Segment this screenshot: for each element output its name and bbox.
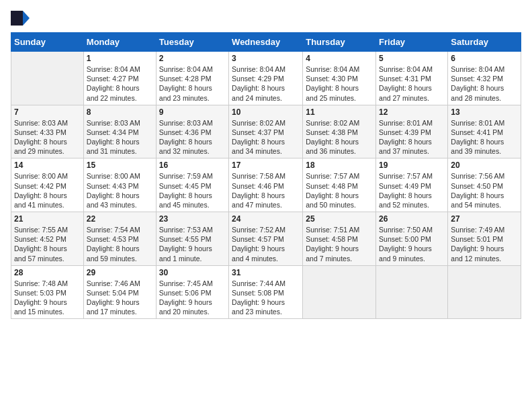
day-number: 25 (306, 214, 373, 224)
day-number: 6 (451, 54, 518, 63)
header (11, 11, 521, 26)
logo (11, 11, 31, 26)
calendar-cell: 19Sunrise: 7:57 AMSunset: 4:49 PMDayligh… (376, 158, 448, 212)
day-info: Sunrise: 7:53 AMSunset: 4:55 PMDaylight:… (159, 225, 226, 263)
weekday-header-sunday: Sunday (11, 33, 84, 52)
calendar-cell: 9Sunrise: 8:03 AMSunset: 4:36 PMDaylight… (156, 105, 228, 158)
weekday-header-saturday: Saturday (448, 33, 521, 52)
calendar-cell: 25Sunrise: 7:51 AMSunset: 4:58 PMDayligh… (303, 212, 376, 266)
day-number: 29 (87, 268, 153, 277)
day-info: Sunrise: 8:03 AMSunset: 4:36 PMDaylight:… (159, 118, 226, 156)
calendar-cell (376, 265, 448, 319)
day-info: Sunrise: 7:57 AMSunset: 4:48 PMDaylight:… (306, 171, 373, 210)
day-number: 13 (451, 107, 518, 117)
calendar-week-4: 21Sunrise: 7:55 AMSunset: 4:52 PMDayligh… (11, 212, 521, 266)
day-info: Sunrise: 7:55 AMSunset: 4:52 PMDaylight:… (14, 225, 81, 263)
day-info: Sunrise: 7:54 AMSunset: 4:53 PMDaylight:… (87, 225, 153, 263)
day-number: 20 (451, 161, 518, 170)
calendar-cell: 31Sunrise: 7:44 AMSunset: 5:08 PMDayligh… (229, 265, 303, 319)
day-info: Sunrise: 8:04 AMSunset: 4:28 PMDaylight:… (159, 64, 226, 103)
weekday-header-row: SundayMondayTuesdayWednesdayThursdayFrid… (11, 33, 521, 52)
svg-marker-1 (23, 11, 30, 26)
day-number: 21 (14, 214, 81, 224)
day-number: 8 (87, 107, 153, 117)
calendar-cell: 22Sunrise: 7:54 AMSunset: 4:53 PMDayligh… (83, 212, 156, 266)
day-number: 22 (87, 214, 153, 224)
calendar-cell: 3Sunrise: 8:04 AMSunset: 4:29 PMDaylight… (229, 52, 303, 105)
calendar-cell: 18Sunrise: 7:57 AMSunset: 4:48 PMDayligh… (303, 158, 376, 212)
calendar-cell: 23Sunrise: 7:53 AMSunset: 4:55 PMDayligh… (156, 212, 228, 266)
calendar-cell: 10Sunrise: 8:02 AMSunset: 4:37 PMDayligh… (229, 105, 303, 158)
day-number: 9 (159, 107, 226, 117)
calendar-cell: 2Sunrise: 8:04 AMSunset: 4:28 PMDaylight… (156, 52, 228, 105)
day-info: Sunrise: 8:01 AMSunset: 4:39 PMDaylight:… (379, 118, 445, 156)
day-info: Sunrise: 8:01 AMSunset: 4:41 PMDaylight:… (451, 118, 518, 156)
day-info: Sunrise: 8:00 AMSunset: 4:42 PMDaylight:… (14, 171, 81, 210)
calendar-week-1: 1Sunrise: 8:04 AMSunset: 4:27 PMDaylight… (11, 52, 521, 105)
day-info: Sunrise: 7:45 AMSunset: 5:06 PMDaylight:… (159, 279, 226, 317)
day-number: 12 (379, 107, 445, 117)
day-number: 16 (159, 161, 226, 170)
calendar-cell: 13Sunrise: 8:01 AMSunset: 4:41 PMDayligh… (448, 105, 521, 158)
day-number: 17 (232, 161, 300, 170)
day-number: 7 (14, 107, 81, 117)
day-number: 15 (87, 161, 153, 170)
day-number: 18 (306, 161, 373, 170)
calendar-cell: 4Sunrise: 8:04 AMSunset: 4:30 PMDaylight… (303, 52, 376, 105)
calendar-cell: 21Sunrise: 7:55 AMSunset: 4:52 PMDayligh… (11, 212, 84, 266)
day-info: Sunrise: 7:58 AMSunset: 4:46 PMDaylight:… (232, 171, 300, 210)
calendar-cell: 26Sunrise: 7:50 AMSunset: 5:00 PMDayligh… (376, 212, 448, 266)
day-info: Sunrise: 8:04 AMSunset: 4:30 PMDaylight:… (306, 64, 373, 103)
calendar-cell: 8Sunrise: 8:03 AMSunset: 4:34 PMDaylight… (83, 105, 156, 158)
day-info: Sunrise: 7:59 AMSunset: 4:45 PMDaylight:… (159, 171, 226, 210)
day-info: Sunrise: 7:52 AMSunset: 4:57 PMDaylight:… (232, 225, 300, 263)
calendar-cell: 5Sunrise: 8:04 AMSunset: 4:31 PMDaylight… (376, 52, 448, 105)
day-info: Sunrise: 7:49 AMSunset: 5:01 PMDaylight:… (451, 225, 518, 263)
day-number: 14 (14, 161, 81, 170)
day-number: 30 (159, 268, 226, 277)
svg-rect-0 (11, 11, 23, 26)
calendar-cell: 12Sunrise: 8:01 AMSunset: 4:39 PMDayligh… (376, 105, 448, 158)
day-info: Sunrise: 8:03 AMSunset: 4:33 PMDaylight:… (14, 118, 81, 156)
calendar-cell (11, 52, 84, 105)
day-number: 31 (232, 268, 300, 277)
day-info: Sunrise: 8:04 AMSunset: 4:29 PMDaylight:… (232, 64, 300, 103)
weekday-header-thursday: Thursday (303, 33, 376, 52)
day-info: Sunrise: 8:02 AMSunset: 4:37 PMDaylight:… (232, 118, 300, 156)
day-number: 5 (379, 54, 445, 63)
day-number: 4 (306, 54, 373, 63)
day-info: Sunrise: 7:46 AMSunset: 5:04 PMDaylight:… (87, 279, 153, 317)
weekday-header-monday: Monday (83, 33, 156, 52)
day-info: Sunrise: 7:51 AMSunset: 4:58 PMDaylight:… (306, 225, 373, 263)
calendar-cell (448, 265, 521, 319)
calendar-cell: 6Sunrise: 8:04 AMSunset: 4:32 PMDaylight… (448, 52, 521, 105)
day-number: 19 (379, 161, 445, 170)
weekday-header-friday: Friday (376, 33, 448, 52)
day-info: Sunrise: 7:50 AMSunset: 5:00 PMDaylight:… (379, 225, 445, 263)
calendar-week-2: 7Sunrise: 8:03 AMSunset: 4:33 PMDaylight… (11, 105, 521, 158)
calendar-cell: 11Sunrise: 8:02 AMSunset: 4:38 PMDayligh… (303, 105, 376, 158)
calendar-cell: 7Sunrise: 8:03 AMSunset: 4:33 PMDaylight… (11, 105, 84, 158)
day-number: 2 (159, 54, 226, 63)
day-info: Sunrise: 7:44 AMSunset: 5:08 PMDaylight:… (232, 279, 300, 317)
calendar-body: 1Sunrise: 8:04 AMSunset: 4:27 PMDaylight… (11, 52, 521, 319)
day-number: 26 (379, 214, 445, 224)
calendar-cell: 28Sunrise: 7:48 AMSunset: 5:03 PMDayligh… (11, 265, 84, 319)
day-info: Sunrise: 7:56 AMSunset: 4:50 PMDaylight:… (451, 171, 518, 210)
calendar-cell (303, 265, 376, 319)
calendar-week-5: 28Sunrise: 7:48 AMSunset: 5:03 PMDayligh… (11, 265, 521, 319)
day-info: Sunrise: 7:48 AMSunset: 5:03 PMDaylight:… (14, 279, 81, 317)
day-info: Sunrise: 8:02 AMSunset: 4:38 PMDaylight:… (306, 118, 373, 156)
calendar-week-3: 14Sunrise: 8:00 AMSunset: 4:42 PMDayligh… (11, 158, 521, 212)
calendar-cell: 29Sunrise: 7:46 AMSunset: 5:04 PMDayligh… (83, 265, 156, 319)
calendar-header: SundayMondayTuesdayWednesdayThursdayFrid… (11, 33, 521, 52)
calendar-cell: 14Sunrise: 8:00 AMSunset: 4:42 PMDayligh… (11, 158, 84, 212)
calendar-cell: 20Sunrise: 7:56 AMSunset: 4:50 PMDayligh… (448, 158, 521, 212)
calendar-cell: 16Sunrise: 7:59 AMSunset: 4:45 PMDayligh… (156, 158, 228, 212)
calendar-cell: 1Sunrise: 8:04 AMSunset: 4:27 PMDaylight… (83, 52, 156, 105)
day-number: 11 (306, 107, 373, 117)
day-info: Sunrise: 8:03 AMSunset: 4:34 PMDaylight:… (87, 118, 153, 156)
day-number: 24 (232, 214, 300, 224)
day-info: Sunrise: 8:00 AMSunset: 4:43 PMDaylight:… (87, 171, 153, 210)
calendar-cell: 17Sunrise: 7:58 AMSunset: 4:46 PMDayligh… (229, 158, 303, 212)
